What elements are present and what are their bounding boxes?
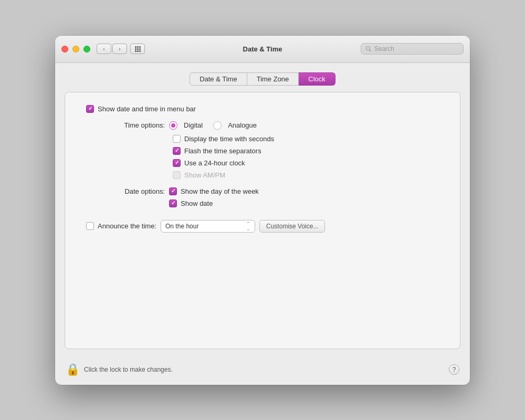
digital-radio-item[interactable]: Digital <box>169 121 203 130</box>
window-title: Date & Time <box>243 45 282 53</box>
show-day-of-week-checkbox[interactable] <box>169 187 177 195</box>
tab-clock[interactable]: Clock <box>299 72 335 86</box>
on-the-hour-value: On the hour <box>165 223 198 230</box>
back-button[interactable]: ‹ <box>97 44 111 54</box>
show-ampm-row: Show AM/PM <box>173 171 439 179</box>
svg-point-0 <box>366 47 370 50</box>
tabs-row: Date & Time Time Zone Clock <box>55 63 470 92</box>
grid-icon <box>135 46 141 52</box>
digital-radio[interactable] <box>169 121 177 130</box>
sub-options: Display the time with seconds Flash the … <box>173 135 439 179</box>
lock-text: Click the lock to make changes. <box>84 366 173 373</box>
content-area: Show date and time in menu bar Time opti… <box>65 92 460 349</box>
time-options-label: Time options: <box>86 121 165 129</box>
flash-separators-label: Flash the time separators <box>184 147 261 155</box>
use-24-hour-label: Use a 24-hour clock <box>184 159 245 167</box>
lock-icon[interactable]: 🔒 <box>66 363 80 376</box>
flash-separators-checkbox[interactable] <box>173 147 181 155</box>
search-input[interactable] <box>374 45 459 52</box>
show-datetime-checkbox[interactable] <box>86 105 94 113</box>
maximize-button[interactable] <box>83 46 90 52</box>
show-day-of-week-row: Show the day of the week <box>169 187 259 195</box>
show-ampm-checkbox[interactable] <box>173 171 181 179</box>
analogue-radio[interactable] <box>213 121 222 130</box>
date-options-row: Date options: Show the day of the week S… <box>86 187 439 207</box>
display-seconds-row: Display the time with seconds <box>173 135 439 143</box>
date-options: Show the day of the week Show date <box>169 187 259 207</box>
nav-buttons: ‹ › <box>97 44 145 54</box>
show-date-checkbox[interactable] <box>169 200 177 207</box>
analogue-radio-item[interactable]: Analogue <box>213 121 257 130</box>
show-day-of-week-label: Show the day of the week <box>181 187 259 195</box>
minimize-button[interactable] <box>72 46 79 52</box>
show-datetime-label: Show date and time in menu bar <box>98 105 196 113</box>
analogue-label: Analogue <box>228 121 257 129</box>
display-seconds-checkbox[interactable] <box>173 135 181 143</box>
help-button[interactable]: ? <box>449 364 459 375</box>
search-icon <box>365 46 372 52</box>
footer: 🔒 Click the lock to make changes. ? <box>55 358 470 385</box>
customise-voice-button[interactable]: Customise Voice... <box>259 220 325 233</box>
announce-time-label: Announce the time: <box>98 222 156 230</box>
forward-button[interactable]: › <box>112 44 127 54</box>
digital-label: Digital <box>184 121 203 129</box>
tab-datetime[interactable]: Date & Time <box>190 72 247 86</box>
time-options-row: Time options: Digital Analogue <box>86 121 439 130</box>
traffic-lights <box>61 46 90 52</box>
show-date-row: Show date <box>169 200 259 207</box>
show-date-label: Show date <box>181 200 213 207</box>
show-datetime-row: Show date and time in menu bar <box>86 105 439 113</box>
close-button[interactable] <box>61 46 68 52</box>
grid-button[interactable] <box>130 44 145 54</box>
titlebar: ‹ › Date & Time <box>55 36 470 63</box>
svg-line-1 <box>370 50 371 51</box>
help-label: ? <box>453 366 456 373</box>
use-24-hour-checkbox[interactable] <box>173 159 181 167</box>
radio-group: Digital Analogue <box>169 121 257 130</box>
announce-time-checkbox[interactable] <box>86 222 94 230</box>
main-window: ‹ › Date & Time Date & Time Time Zone Cl… <box>55 36 470 385</box>
use-24-hour-row: Use a 24-hour clock <box>173 159 439 167</box>
dropdown-arrow-icon: ⌃⌄ <box>246 221 250 232</box>
show-ampm-label: Show AM/PM <box>184 171 225 179</box>
on-the-hour-dropdown[interactable]: On the hour ⌃⌄ <box>161 220 255 233</box>
tab-timezone[interactable]: Time Zone <box>247 72 299 86</box>
announce-row: Announce the time: On the hour ⌃⌄ Custom… <box>86 220 439 233</box>
search-box[interactable] <box>361 43 464 55</box>
date-options-label: Date options: <box>86 187 165 195</box>
display-seconds-label: Display the time with seconds <box>184 135 274 143</box>
flash-separators-row: Flash the time separators <box>173 147 439 155</box>
